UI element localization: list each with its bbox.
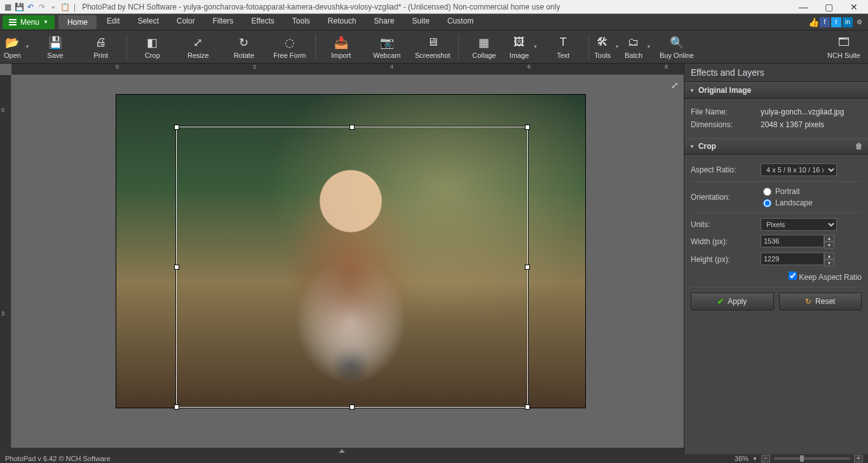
tools-button[interactable]: 🛠Tools▼ [592, 32, 622, 62]
zoom-slider[interactable] [774, 457, 850, 460]
text-icon: T [555, 35, 571, 50]
tab-edit[interactable]: Edit [98, 14, 129, 31]
chevron-down-icon[interactable]: ▼ [646, 44, 651, 50]
chevron-down-icon[interactable]: ▼ [752, 456, 757, 462]
spin-up[interactable]: ▲ [824, 235, 834, 242]
buy-online-button[interactable]: 🔍Buy Online [654, 32, 700, 62]
spin-up[interactable]: ▲ [824, 252, 834, 259]
redo-icon[interactable]: ↷ [37, 2, 47, 12]
crop-selection[interactable] [176, 127, 528, 408]
tab-filters[interactable]: Filters [204, 14, 243, 31]
buy-online-icon: 🔍 [669, 35, 684, 50]
radio-portrait[interactable] [763, 188, 771, 196]
import-button[interactable]: 📥Import [318, 32, 364, 62]
twitter-icon[interactable]: t [831, 17, 841, 27]
zoom-thumb[interactable] [800, 455, 804, 462]
image-frame[interactable] [116, 94, 586, 408]
resize-icon: ⤢ [191, 35, 206, 50]
ruler-tick: 0 [1, 107, 4, 113]
orientation-portrait[interactable]: Portrait [763, 187, 813, 196]
batch-button[interactable]: 🗂Batch▼ [622, 32, 654, 62]
screenshot-button[interactable]: 🖥Screenshot [410, 32, 456, 62]
spin-down[interactable]: ▼ [824, 259, 834, 266]
crop-handle-tr[interactable] [525, 125, 530, 130]
spin-down[interactable]: ▼ [824, 242, 834, 249]
tab-suite[interactable]: Suite [403, 14, 438, 31]
crop-handle-br[interactable] [525, 404, 530, 410]
close-button[interactable]: ✕ [846, 2, 862, 12]
tab-share[interactable]: Share [365, 14, 403, 31]
menu-button[interactable]: Menu ▼ [3, 15, 55, 29]
crop-handle-bl[interactable] [174, 404, 179, 410]
section-crop[interactable]: ▼ Crop 🗑 [684, 138, 868, 155]
save-icon[interactable]: 💾 [14, 2, 24, 12]
section-original-image[interactable]: ▼ Original Image [684, 82, 868, 99]
keep-aspect-checkbox[interactable]: Keep Aspect Ratio [789, 273, 862, 282]
canvas-viewport[interactable]: ⤢ [11, 75, 684, 448]
undo-icon[interactable]: ↶ [25, 2, 36, 12]
nch-suite-button[interactable]: 🗔NCH Suite [821, 32, 867, 62]
orientation-landscape[interactable]: Landscape [763, 198, 813, 207]
linkedin-icon[interactable]: in [843, 17, 853, 27]
fullscreen-icon[interactable]: ⤢ [671, 80, 679, 90]
image-button[interactable]: 🖼Image▼ [507, 32, 541, 62]
crop-handle-tm[interactable] [349, 125, 355, 130]
thumbs-up-icon[interactable]: 👍 [808, 17, 818, 27]
maximize-button[interactable]: ▢ [821, 2, 836, 12]
section-label: Original Image [698, 86, 751, 95]
tab-effects[interactable]: Effects [242, 14, 283, 31]
print-button[interactable]: 🖨Print [78, 32, 124, 62]
chevron-down-icon[interactable]: ▼ [25, 44, 30, 50]
tab-tools[interactable]: Tools [283, 14, 319, 31]
effects-layers-panel: Effects and Layers ▼ Original Image File… [684, 64, 868, 454]
delete-icon[interactable]: 🗑 [855, 142, 863, 151]
tab-color[interactable]: Color [168, 14, 204, 31]
reset-button[interactable]: ↻Reset [779, 293, 862, 310]
rotate-button[interactable]: ↻Rotate [221, 32, 267, 62]
facebook-icon[interactable]: f [820, 17, 830, 27]
tab-custom[interactable]: Custom [438, 14, 482, 31]
divider [126, 34, 127, 60]
zoom-in-button[interactable]: + [854, 455, 863, 462]
aspect-ratio-select[interactable]: 4 x 5 / 8 x 10 / 16 x 20 [761, 163, 837, 176]
crop-handle-ml[interactable] [174, 265, 179, 270]
chevron-down-icon[interactable]: ▼ [614, 44, 620, 50]
collage-icon: ▦ [477, 35, 492, 50]
save-button[interactable]: 💾Save [32, 32, 78, 62]
crop-handle-bm[interactable] [349, 404, 355, 410]
panel-collapse-bar[interactable] [0, 448, 684, 454]
new-icon[interactable]: ▫ [48, 2, 58, 12]
canvas-area: 02468 03 ⤢ [0, 64, 684, 454]
nch-suite-icon: 🗔 [836, 35, 851, 50]
paste-icon[interactable]: 📋 [60, 2, 70, 12]
tab-home[interactable]: Home [58, 15, 97, 29]
minimize-button[interactable]: — [796, 2, 811, 12]
height-input[interactable] [761, 252, 824, 265]
radio-landscape[interactable] [763, 199, 771, 207]
divider [691, 181, 862, 182]
window-controls: — ▢ ✕ [796, 2, 862, 12]
divider [588, 34, 589, 60]
units-select[interactable]: Pixels [761, 218, 837, 231]
text-button[interactable]: TText [540, 32, 586, 62]
screenshot-icon: 🖥 [425, 35, 440, 50]
open-button[interactable]: 📂Open▼ [1, 32, 32, 62]
apply-button[interactable]: ✔Apply [691, 293, 774, 310]
crop-handle-mr[interactable] [525, 265, 530, 270]
ruler-tick: 0 [116, 64, 119, 70]
menu-label: Menu [20, 18, 39, 27]
ruler-tick: 6 [527, 64, 531, 70]
tab-retouch[interactable]: Retouch [319, 14, 365, 31]
settings-icon[interactable]: ⚙ [854, 17, 864, 27]
zoom-out-button[interactable]: − [761, 455, 770, 462]
status-text: PhotoPad v 6.42 © NCH Software [5, 455, 111, 462]
webcam-button[interactable]: 📷Webcam [364, 32, 410, 62]
chevron-down-icon[interactable]: ▼ [532, 44, 538, 50]
resize-button[interactable]: ⤢Resize [175, 32, 221, 62]
collage-button[interactable]: ▦Collage [461, 32, 507, 62]
crop-button[interactable]: ◧Crop [130, 32, 175, 62]
free-form-button[interactable]: ◌Free Form [267, 32, 313, 62]
width-input[interactable] [761, 235, 824, 247]
crop-handle-tl[interactable] [174, 125, 179, 130]
tab-select[interactable]: Select [129, 14, 168, 31]
